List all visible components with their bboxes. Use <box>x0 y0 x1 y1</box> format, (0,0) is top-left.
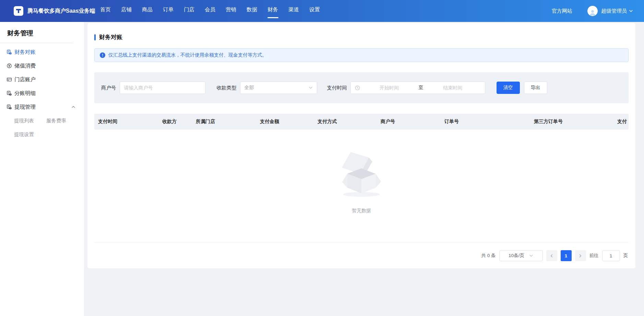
empty-box-illustration <box>334 145 389 199</box>
sidebar-item-财务对账[interactable]: 财务对账 <box>0 45 84 59</box>
ledger-icon <box>7 49 12 55</box>
column-header-支付金额: 支付金额 <box>256 119 314 125</box>
sidebar-submenu: 提现列表服务费率提现设置 <box>0 114 84 141</box>
column-header-所属门店: 所属门店 <box>192 119 256 125</box>
column-header-支付方式: 支付方式 <box>314 119 377 125</box>
sidebar-item-提现管理[interactable]: 提现管理 <box>0 100 84 114</box>
page-title: 财务对账 <box>94 23 629 41</box>
title-accent-bar <box>94 34 96 40</box>
navbar-right: 官方网站 超级管理员 <box>552 6 633 16</box>
page-size-select[interactable]: 10条/页 <box>499 250 543 261</box>
page-size-value: 10条/页 <box>509 253 524 259</box>
pagination: 共 0 条 10条/页 1 前往 页 <box>94 243 629 269</box>
chevron-right-icon <box>579 254 582 258</box>
column-header-商户号: 商户号 <box>377 119 441 125</box>
table-header-row: 支付时间收款方所属门店支付金额支付方式商户号订单号第三方订单号支付 <box>94 114 629 130</box>
column-header-收款方: 收款方 <box>158 119 192 125</box>
user-icon <box>589 9 596 16</box>
info-alert: ! 仅汇总线上支付渠道的交易流水，不统计使用余额支付、现金支付等方式。 <box>94 48 629 62</box>
ledger-icon <box>7 90 12 96</box>
brand-logo-icon <box>14 6 23 16</box>
merchant-id-field <box>120 82 205 94</box>
sidebar-sub-item-提现设置[interactable]: 提现设置 <box>14 127 46 141</box>
content-card: 财务对账 ! 仅汇总线上支付渠道的交易流水，不统计使用余额支付、现金支付等方式。… <box>87 23 635 268</box>
divider <box>0 43 73 43</box>
sidebar-title: 财务管理 <box>0 22 84 38</box>
chevron-left-icon <box>550 254 553 258</box>
column-header-支付: 支付 <box>613 119 629 125</box>
column-header-支付时间: 支付时间 <box>94 119 158 125</box>
goto-label: 前往 <box>589 253 599 259</box>
next-page-button[interactable] <box>575 250 586 261</box>
goto-suffix: 页 <box>623 253 628 259</box>
avatar[interactable] <box>587 6 598 16</box>
main-content: 财务对账 ! 仅汇总线上支付渠道的交易流水，不统计使用余额支付、现金支付等方式。… <box>84 22 644 316</box>
chevron-down-icon <box>309 86 313 90</box>
page-number-button[interactable]: 1 <box>561 250 572 261</box>
official-site-link[interactable]: 官方网站 <box>552 8 572 14</box>
nav-item-渠道[interactable]: 渠道 <box>288 0 299 22</box>
sidebar-item-分账明细[interactable]: 分账明细 <box>0 86 84 100</box>
clear-button[interactable]: 清空 <box>497 82 520 94</box>
sidebar-item-门店账户[interactable]: 门店账户 <box>0 73 84 86</box>
chevron-up-icon[interactable] <box>71 105 75 109</box>
merchant-id-label: 商户号 <box>101 85 116 91</box>
total-count: 共 0 条 <box>481 253 496 259</box>
column-header-订单号: 订单号 <box>441 119 530 125</box>
prev-page-button[interactable] <box>546 250 557 261</box>
nav-item-商品[interactable]: 商品 <box>142 0 153 22</box>
column-header-第三方订单号: 第三方订单号 <box>530 119 613 125</box>
nav-item-会员[interactable]: 会员 <box>205 0 215 22</box>
payment-time-label: 支付时间 <box>327 85 347 91</box>
start-time-input[interactable] <box>361 85 417 90</box>
sidebar-menu: 财务对账 储值消费 门店账户 分账明细 提现管理 提现列表服务费率提现设置 <box>0 45 84 141</box>
chevron-down-icon <box>529 254 533 258</box>
empty-text: 暂无数据 <box>352 208 371 214</box>
top-navbar: 腾马餐饮多商户Saas业务端 首页店铺商品订单门店会员营销数据财务渠道设置 官方… <box>0 0 644 22</box>
merchant-id-input[interactable] <box>124 85 201 90</box>
nav-item-营销[interactable]: 营销 <box>226 0 236 22</box>
nav-item-店铺[interactable]: 店铺 <box>121 0 132 22</box>
nav-item-财务[interactable]: 财务 <box>267 0 278 22</box>
payment-type-value: 全部 <box>245 85 254 91</box>
sidebar-sub-item-提现列表[interactable]: 提现列表 <box>14 114 46 127</box>
ledger-icon <box>7 104 12 110</box>
sidebar-item-储值消费[interactable]: 储值消费 <box>0 59 84 73</box>
user-name: 超级管理员 <box>601 8 627 14</box>
payment-type-select[interactable]: 全部 <box>240 82 317 94</box>
bank-card-icon <box>7 77 12 82</box>
nav-item-数据[interactable]: 数据 <box>247 0 257 22</box>
clock-icon <box>355 85 360 90</box>
end-time-input[interactable] <box>425 85 481 90</box>
user-menu[interactable]: 超级管理员 <box>601 8 633 14</box>
range-separator: 至 <box>419 85 424 91</box>
nav-item-首页[interactable]: 首页 <box>100 0 111 22</box>
date-range-picker: 至 <box>350 82 485 94</box>
payment-type-label: 收款类型 <box>217 85 237 91</box>
filter-bar: 商户号 收款类型 全部 支付时间 至 清空 导出 <box>94 72 629 103</box>
sidebar-sub-item-服务费率[interactable]: 服务费率 <box>46 114 84 127</box>
nav-item-门店[interactable]: 门店 <box>184 0 194 22</box>
chevron-down-icon <box>629 9 633 13</box>
nav-item-设置[interactable]: 设置 <box>309 0 320 22</box>
nav-item-订单[interactable]: 订单 <box>163 0 174 22</box>
brand[interactable]: 腾马餐饮多商户Saas业务端 <box>14 6 95 16</box>
empty-state: 暂无数据 <box>94 130 629 243</box>
sidebar: 财务管理 财务对账 储值消费 门店账户 分账明细 提现管理 提现列表服务费率提现… <box>0 22 84 316</box>
export-button[interactable]: 导出 <box>524 82 547 94</box>
goto-page-input[interactable] <box>602 250 620 261</box>
info-icon: ! <box>100 52 105 58</box>
alert-text: 仅汇总线上支付渠道的交易流水，不统计使用余额支付、现金支付等方式。 <box>108 52 267 58</box>
brand-title: 腾马餐饮多商户Saas业务端 <box>27 7 95 15</box>
main-nav: 首页店铺商品订单门店会员营销数据财务渠道设置 <box>100 0 320 22</box>
yen-coin-icon <box>7 63 12 69</box>
